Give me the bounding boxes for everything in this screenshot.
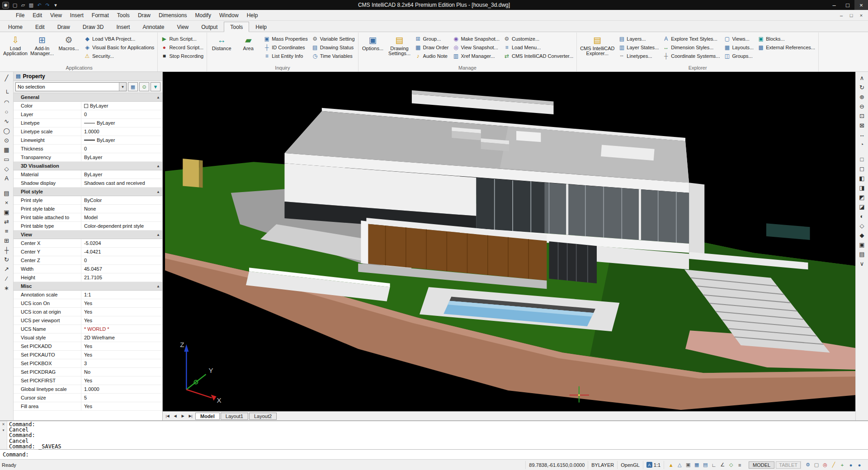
coordinate-systems-button[interactable]: ┼ Coordinate Systems...	[661, 52, 722, 60]
tab-view[interactable]: View	[170, 22, 195, 32]
tool-polygon-icon[interactable]: ◇	[2, 164, 12, 174]
clean-screen-icon[interactable]: ▢	[813, 462, 820, 468]
polar-icon[interactable]: ∠	[719, 462, 726, 468]
group-button[interactable]: ⊞ Group...	[413, 34, 451, 43]
row-color[interactable]: Color ByLayer	[14, 102, 162, 110]
quick-toolbar-menu-icon[interactable]: ▾	[52, 1, 60, 9]
tool-polyline-icon[interactable]: └	[2, 88, 12, 98]
wireframe-icon[interactable]: ◇	[857, 221, 867, 230]
row-ucs-name[interactable]: UCS Name * WORLD *	[14, 325, 162, 334]
intellicad-converter-button[interactable]: ⇄ CMS IntelliCAD Converter...	[502, 52, 575, 60]
area-button[interactable]: ▰ Area	[235, 33, 261, 63]
audio-note-button[interactable]: ♪ Audio Note	[413, 52, 451, 60]
section-3d-visualisation[interactable]: 3D Visualisation ▲	[14, 162, 162, 170]
load-application-button[interactable]: ⇩ Load Application	[2, 33, 28, 63]
view-snapshot-button[interactable]: ◎ View Snapshot...	[451, 43, 501, 52]
row-print-style[interactable]: Print style ByColor	[14, 196, 162, 205]
row-pickbox[interactable]: Set PICKBOX 3	[14, 359, 162, 368]
scroll-down-icon[interactable]: ∨	[857, 259, 867, 268]
orbit-icon[interactable]: ◔	[857, 140, 867, 149]
child-minimize-button[interactable]: –	[837, 11, 846, 19]
coordinates-display[interactable]: 89.7838,-61.6150,0.0000	[525, 461, 588, 469]
row-cursor-size[interactable]: Cursor size 5	[14, 394, 162, 402]
tab-output[interactable]: Output	[195, 22, 224, 32]
collapse-icon[interactable]: ▲	[156, 164, 160, 168]
mass-properties-button[interactable]: ▣ Mass Properties	[262, 34, 309, 43]
layers-button[interactable]: ▤ Layers...	[617, 34, 660, 43]
tool-explode-icon[interactable]: ∗	[2, 283, 12, 293]
row-visual-style[interactable]: Visual style 2D Wireframe	[14, 334, 162, 342]
row-height[interactable]: Height 21.7105	[14, 273, 162, 282]
minimize-button[interactable]: –	[827, 0, 841, 10]
menu-edit[interactable]: Edit	[28, 10, 46, 20]
quick-select-button[interactable]: ⊙	[139, 82, 149, 91]
child-restore-button[interactable]: □	[847, 11, 856, 19]
prev-layout-icon[interactable]: ◀	[171, 413, 179, 420]
tool-array-icon[interactable]: ⊞	[2, 236, 12, 245]
stop-recording-button[interactable]: ■ Stop Recording	[159, 52, 205, 60]
zoom-out-icon[interactable]: ⊖	[857, 102, 867, 111]
collapse-icon[interactable]: ▲	[156, 284, 160, 288]
draw-order-button[interactable]: ▦ Draw Order	[413, 43, 451, 52]
filter-button[interactable]: ▼	[151, 82, 160, 91]
first-layout-icon[interactable]: |◀	[164, 413, 171, 420]
camera-icon[interactable]: ▤	[857, 249, 867, 259]
row-global-linetype-scale[interactable]: Global linetype scale 1.0000	[14, 385, 162, 394]
tab-home[interactable]: Home	[2, 22, 29, 32]
select-entities-button[interactable]: ▦	[128, 82, 138, 91]
command-scroll-icon[interactable]: ▾	[2, 428, 5, 432]
tool-erase-icon[interactable]: ×	[2, 198, 12, 207]
view-left-icon[interactable]: ◧	[857, 174, 867, 183]
row-width[interactable]: Width 45.0457	[14, 265, 162, 273]
list-entity-info-button[interactable]: ≡ List Entity Info	[262, 52, 309, 60]
section-general[interactable]: General ▲	[14, 93, 162, 102]
view-right-icon[interactable]: ◨	[857, 183, 867, 193]
tool-hatch-icon[interactable]: ▦	[2, 145, 12, 155]
tool-mirror-icon[interactable]: ⇄	[2, 217, 12, 226]
tab-edit[interactable]: Edit	[29, 22, 51, 32]
render-icon[interactable]: ◆	[857, 230, 867, 240]
id-coordinates-button[interactable]: ┼ ID Coordinates	[262, 43, 309, 52]
tool-move-icon[interactable]: ┼	[2, 245, 12, 255]
intellicad-explorer-button[interactable]: ▤ CMS IntelliCAD Explorer...	[578, 33, 616, 63]
command-history[interactable]: Command: Cancel Command: Cancel Command:…	[7, 421, 63, 449]
model-space-toggle[interactable]: MODEL	[749, 461, 774, 469]
blocks-button[interactable]: ▣ Blocks...	[756, 34, 817, 43]
row-pickfirst[interactable]: Set PICKFIRST Yes	[14, 376, 162, 385]
time-variables-button[interactable]: ◷ Time Variables	[310, 52, 357, 60]
dimension-styles-button[interactable]: ↔ Dimension Styles...	[661, 43, 722, 52]
layouts-button[interactable]: ▦ Layouts...	[722, 43, 755, 52]
row-layer[interactable]: Layer 0	[14, 110, 162, 119]
annotation-scale-control[interactable]: A 1:1	[643, 461, 664, 469]
tablet-toggle[interactable]: TABLET	[776, 461, 801, 469]
grid-icon[interactable]: ▤	[702, 462, 709, 468]
zoom-extents-icon[interactable]: ⊠	[857, 121, 867, 130]
tab-tools[interactable]: Tools	[224, 22, 249, 32]
target-icon[interactable]: ◎	[821, 462, 829, 468]
tool-rectangle-icon[interactable]: ▭	[2, 155, 12, 164]
redraw-icon[interactable]: ↻	[857, 83, 867, 92]
menu-view[interactable]: View	[46, 10, 66, 20]
view-iso-icon[interactable]: ◩	[857, 193, 867, 202]
add-icon[interactable]: +	[839, 462, 846, 468]
tool-circle-icon[interactable]: ○	[2, 107, 12, 117]
row-transparency[interactable]: Transparency ByLayer	[14, 153, 162, 162]
tool-offset-icon[interactable]: ≡	[2, 226, 12, 236]
tab-draw[interactable]: Draw	[51, 22, 76, 32]
text-styles-button[interactable]: A Explore Text Styles...	[661, 34, 722, 43]
macros-button[interactable]: ⚙ Macros...	[56, 33, 82, 63]
named-views-icon[interactable]: ▣	[857, 240, 867, 249]
annotation-visibility-icon[interactable]: ▲	[667, 462, 675, 468]
tab-insert[interactable]: Insert	[110, 22, 136, 32]
view-back-icon[interactable]: ◪	[857, 202, 867, 212]
annotation-autoscale-icon[interactable]: △	[676, 462, 683, 468]
tool-arc-icon[interactable]: ◠	[2, 98, 12, 107]
row-annotation-scale[interactable]: Annotation scale 1:1	[14, 291, 162, 299]
tool-scale-icon[interactable]: ↗	[2, 264, 12, 274]
new-file-icon[interactable]: ▢	[11, 1, 19, 9]
row-shadow-display[interactable]: Shadow display Shadows cast and received	[14, 179, 162, 188]
tool-trim-icon[interactable]: ∕	[2, 274, 12, 283]
settings-gear-icon[interactable]: ⚙	[804, 462, 811, 468]
menu-file[interactable]: File	[12, 10, 28, 20]
row-ucs-icon-on[interactable]: UCS icon On Yes	[14, 299, 162, 308]
